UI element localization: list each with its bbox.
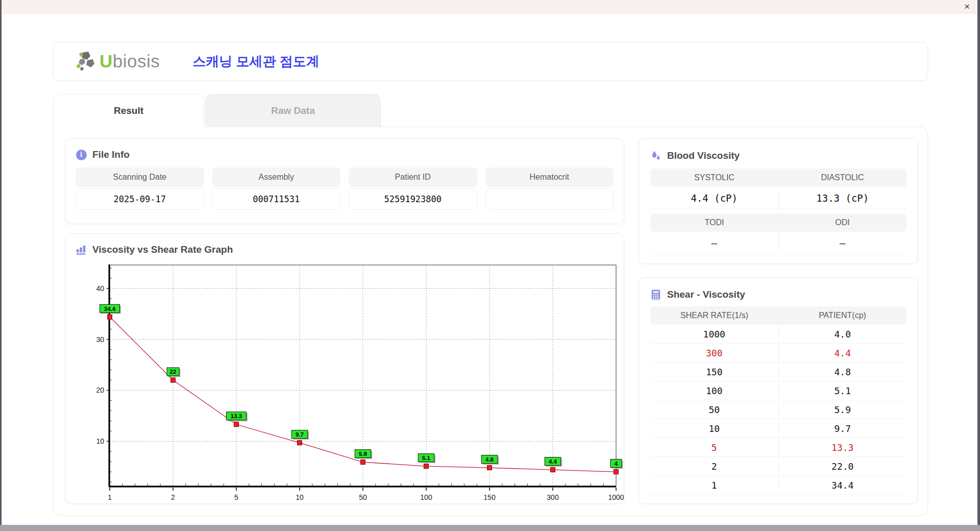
logo-text-rest: biosis xyxy=(113,51,160,71)
svg-text:4.8: 4.8 xyxy=(485,456,494,463)
file-info-card: i File Info Scanning Date2025-09-17Assem… xyxy=(65,138,624,224)
svg-text:50: 50 xyxy=(359,493,367,500)
shear-viscosity-table: SHEAR RATE(1/s) PATIENT(cp) 10004.03004.… xyxy=(650,306,906,495)
bv-label-diastolic: DIASTOLIC xyxy=(778,168,906,187)
svg-text:5.1: 5.1 xyxy=(422,455,431,461)
window-frame-right xyxy=(977,0,980,531)
bv-label-systolic: SYSTOLIC xyxy=(650,168,778,187)
svg-text:4.4: 4.4 xyxy=(549,458,557,465)
shear-col-header-rate: SHEAR RATE(1/s) xyxy=(650,306,778,325)
blood-viscosity-value-row: 4.4 (cP)13.3 (cP) xyxy=(650,187,906,209)
svg-text:9.7: 9.7 xyxy=(296,431,304,438)
shear-rate-cell: 300 xyxy=(650,344,778,363)
patient-viscosity-cell: 22.0 xyxy=(778,457,907,476)
shear-viscosity-card: Shear - Viscosity SHEAR RATE(1/s) PATIEN… xyxy=(639,277,918,504)
file-info-title: File Info xyxy=(92,149,130,160)
app-title: 스캐닝 모세관 점도계 xyxy=(192,53,319,70)
logo-text-u: U xyxy=(100,51,113,71)
shear-table-row: 109.7 xyxy=(650,419,906,438)
bv-label-odi: ODI xyxy=(778,213,906,232)
svg-text:22: 22 xyxy=(170,369,177,375)
shear-rate-cell: 2 xyxy=(650,457,778,476)
titlebar: × xyxy=(0,0,980,14)
svg-text:10: 10 xyxy=(96,437,104,445)
bv-row-gap xyxy=(650,209,906,213)
patient-viscosity-cell: 13.3 xyxy=(778,438,907,457)
close-icon[interactable]: × xyxy=(961,1,973,13)
file-info-field-label: Patient ID xyxy=(349,167,477,187)
shear-table-header: SHEAR RATE(1/s) PATIENT(cp) xyxy=(650,306,906,325)
shear-rate-cell: 150 xyxy=(650,363,778,381)
blood-viscosity-table: SYSTOLICDIASTOLIC4.4 (cP)13.3 (cP)TODIOD… xyxy=(650,168,906,254)
app-logo: Ubiosis xyxy=(74,50,160,73)
svg-text:150: 150 xyxy=(483,493,496,500)
shear-table-row: 222.0 xyxy=(650,457,906,476)
viscosity-chart: 102030401251050100150300100034.42213.39.… xyxy=(76,256,624,500)
bv-value-todi: – xyxy=(650,232,778,254)
blood-viscosity-header-row: TODIODI xyxy=(650,213,906,232)
bv-value-systolic: 4.4 (cP) xyxy=(650,187,778,209)
shear-table-row: 134.4 xyxy=(650,476,906,495)
file-info-field-label: Scanning Date xyxy=(76,167,204,187)
info-icon: i xyxy=(76,149,87,160)
graph-title: Viscosity vs Shear Rate Graph xyxy=(92,244,233,255)
window-frame-bottom xyxy=(0,525,980,531)
shear-rate-cell: 1 xyxy=(650,476,778,495)
shear-viscosity-title: Shear - Viscosity xyxy=(667,289,745,300)
file-info-field: Scanning Date2025-09-17 xyxy=(76,167,204,210)
blood-viscosity-title: Blood Viscosity xyxy=(667,150,740,161)
patient-viscosity-cell: 4.0 xyxy=(778,325,907,344)
tab-raw-data[interactable]: Raw Data xyxy=(205,94,381,127)
svg-text:4: 4 xyxy=(615,461,618,467)
svg-text:30: 30 xyxy=(96,335,104,344)
shear-rate-cell: 10 xyxy=(650,419,778,438)
patient-viscosity-cell: 9.7 xyxy=(778,419,907,438)
bv-label-todi: TODI xyxy=(650,213,778,232)
shear-table-row: 1005.1 xyxy=(650,381,906,400)
logo-pebbles-icon xyxy=(74,50,97,73)
svg-text:100: 100 xyxy=(420,493,432,500)
patient-viscosity-cell: 4.8 xyxy=(778,363,907,381)
svg-text:40: 40 xyxy=(96,284,104,293)
shear-table-row: 513.3 xyxy=(650,438,906,457)
svg-text:2: 2 xyxy=(171,493,175,500)
chart-wrap: 102030401251050100150300100034.42213.39.… xyxy=(76,256,614,502)
bv-value-diastolic: 13.3 (cP) xyxy=(778,187,907,209)
blood-viscosity-card: Blood Viscosity SYSTOLICDIASTOLIC4.4 (cP… xyxy=(639,138,918,264)
shear-table-row: 3004.4 xyxy=(650,344,906,363)
svg-text:1: 1 xyxy=(108,493,112,500)
svg-text:5.9: 5.9 xyxy=(359,451,367,457)
svg-text:10: 10 xyxy=(296,493,304,500)
svg-text:300: 300 xyxy=(547,493,559,500)
shear-table-row: 505.9 xyxy=(650,400,906,419)
calculator-icon xyxy=(650,289,662,300)
patient-viscosity-cell: 34.4 xyxy=(778,476,907,495)
tab-result[interactable]: Result xyxy=(53,94,204,127)
patient-viscosity-cell: 5.9 xyxy=(778,400,907,419)
file-info-field-value: 000711531 xyxy=(212,188,341,210)
svg-text:5: 5 xyxy=(234,493,238,500)
shear-rate-cell: 50 xyxy=(650,400,778,419)
blood-viscosity-value-row: –– xyxy=(650,232,906,254)
logo-text: Ubiosis xyxy=(100,51,160,71)
shear-rate-cell: 100 xyxy=(650,381,778,400)
file-info-field-label: Hematocrit xyxy=(485,167,614,187)
shear-table-row: 10004.0 xyxy=(650,325,906,344)
svg-text:1000: 1000 xyxy=(608,493,624,500)
file-info-field-value: 2025-09-17 xyxy=(76,188,204,210)
file-info-field-value xyxy=(485,188,614,210)
header-card: Ubiosis 스캐닝 모세관 점도계 xyxy=(53,42,928,81)
file-info-field: Patient ID52591923800 xyxy=(349,167,477,210)
tab-bar: Result Raw Data xyxy=(53,94,381,127)
svg-text:20: 20 xyxy=(96,386,104,394)
shear-rate-cell: 1000 xyxy=(650,325,778,344)
shear-table-body: 10004.03004.41504.81005.1505.9109.7513.3… xyxy=(650,325,906,495)
main-panel: i File Info Scanning Date2025-09-17Assem… xyxy=(53,127,928,516)
blood-viscosity-header-row: SYSTOLICDIASTOLIC xyxy=(650,168,906,187)
graph-card: Viscosity vs Shear Rate Graph 1020304012… xyxy=(65,233,624,504)
shear-rate-cell: 5 xyxy=(650,438,778,457)
window-frame-left xyxy=(0,0,2,531)
bar-chart-icon xyxy=(76,244,87,255)
file-info-field-value: 52591923800 xyxy=(349,188,477,210)
shear-table-row: 1504.8 xyxy=(650,363,906,381)
